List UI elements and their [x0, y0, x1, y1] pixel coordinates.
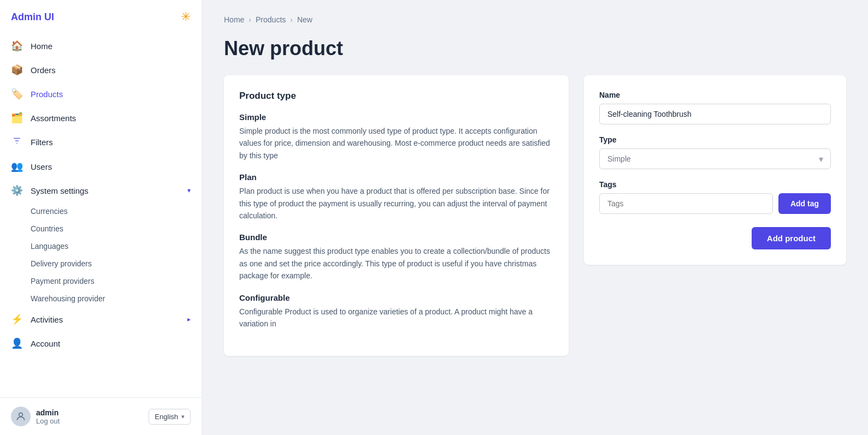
activities-label: Activities — [31, 315, 63, 324]
name-input[interactable] — [599, 104, 831, 124]
breadcrumb-products[interactable]: Products — [256, 15, 286, 24]
user-details: admin Log out — [36, 408, 60, 425]
sidebar-header: Admin UI ✳ — [0, 0, 202, 29]
type-label: Type — [599, 135, 831, 144]
system-settings-chevron: ▾ — [187, 187, 191, 194]
type-field-group: Type Simple ▾ — [599, 135, 831, 169]
bundle-type-desc: As the name suggest this product type en… — [239, 245, 553, 282]
language-selector[interactable]: English ▾ — [149, 409, 191, 425]
product-type-plan: Plan Plan product is use when you have a… — [239, 172, 553, 222]
assortments-icon: 🗂️ — [11, 112, 23, 124]
simple-type-name: Simple — [239, 112, 553, 122]
product-type-bundle: Bundle As the name suggest this product … — [239, 233, 553, 282]
sidebar-item-countries[interactable]: Countries — [31, 220, 202, 237]
sidebar-item-account[interactable]: 👤 Account — [0, 331, 202, 355]
account-label: Account — [31, 339, 60, 348]
breadcrumb-sep-2: › — [290, 15, 293, 24]
sidebar-item-languages[interactable]: Languages — [31, 237, 202, 255]
sidebar-item-assortments-label: Assortments — [31, 114, 76, 123]
products-icon: 🏷️ — [11, 88, 23, 100]
name-label: Name — [599, 91, 831, 99]
type-select-wrapper: Simple ▾ — [599, 148, 831, 169]
name-field-group: Name — [599, 91, 831, 124]
sidebar-footer: admin Log out English ▾ — [0, 397, 202, 435]
sidebar-item-home[interactable]: 🏠 Home — [0, 34, 202, 58]
content-grid: Product type Simple Simple product is th… — [224, 75, 846, 356]
breadcrumb: Home › Products › New — [224, 15, 846, 24]
sidebar-item-filters[interactable]: Filters — [0, 130, 202, 154]
home-icon: 🏠 — [11, 40, 23, 52]
product-type-heading: Product type — [239, 91, 553, 102]
product-type-simple: Simple Simple product is the most common… — [239, 112, 553, 162]
system-settings-icon: ⚙️ — [11, 184, 23, 196]
language-chevron: ▾ — [181, 413, 185, 420]
svg-point-3 — [19, 413, 23, 416]
configurable-type-name: Configurable — [239, 293, 553, 302]
theme-toggle-icon[interactable]: ✳ — [181, 10, 191, 24]
product-form: Name Type Simple ▾ Tags — [584, 75, 846, 265]
app-title: Admin UI — [11, 11, 54, 23]
sidebar-item-warehousing-provider[interactable]: Warehousing provider — [31, 290, 202, 307]
add-tag-button[interactable]: Add tag — [778, 193, 831, 214]
tags-label: Tags — [599, 180, 831, 189]
breadcrumb-sep-1: › — [249, 15, 251, 24]
sidebar-item-home-label: Home — [31, 41, 52, 51]
plan-type-name: Plan — [239, 172, 553, 182]
user-info: admin Log out — [11, 407, 60, 426]
product-type-card: Product type Simple Simple product is th… — [224, 75, 569, 356]
configurable-type-desc: Configurable Product is used to organize… — [239, 306, 553, 330]
sidebar-item-users-label: Users — [31, 162, 52, 171]
system-settings-label: System settings — [31, 186, 88, 195]
activities-icon: ⚡ — [11, 313, 23, 325]
breadcrumb-home[interactable]: Home — [224, 15, 244, 24]
sidebar-item-orders-label: Orders — [31, 65, 56, 75]
filters-icon — [11, 136, 23, 148]
sidebar-item-products-label: Products — [31, 90, 63, 99]
sidebar-item-filters-label: Filters — [31, 138, 53, 147]
product-type-configurable: Configurable Configurable Product is use… — [239, 293, 553, 330]
sidebar: Admin UI ✳ 🏠 Home 📦 Orders 🏷️ Products 🗂… — [0, 0, 202, 435]
sidebar-item-orders[interactable]: 📦 Orders — [0, 58, 202, 82]
orders-icon: 📦 — [11, 64, 23, 76]
sidebar-item-products[interactable]: 🏷️ Products — [0, 82, 202, 106]
sidebar-item-delivery-providers[interactable]: Delivery providers — [31, 255, 202, 272]
logout-link[interactable]: Log out — [36, 417, 60, 425]
sidebar-item-payment-providers[interactable]: Payment providers — [31, 272, 202, 290]
activities-chevron: ▸ — [187, 315, 191, 323]
sidebar-item-currencies[interactable]: Currencies — [31, 202, 202, 220]
simple-type-desc: Simple product is the most commonly used… — [239, 125, 553, 162]
tags-field-group: Tags Add tag — [599, 180, 831, 214]
page-title: New product — [224, 37, 846, 60]
type-select[interactable]: Simple — [599, 148, 831, 169]
plan-type-desc: Plan product is use when you have a prod… — [239, 185, 553, 222]
tags-input[interactable] — [599, 193, 773, 214]
sidebar-item-users[interactable]: 👥 Users — [0, 154, 202, 178]
tags-row: Add tag — [599, 193, 831, 214]
sidebar-item-assortments[interactable]: 🗂️ Assortments — [0, 106, 202, 130]
main-content: Home › Products › New New product Produc… — [202, 0, 868, 435]
add-product-row: Add product — [599, 227, 831, 249]
sidebar-item-system-settings[interactable]: ⚙️ System settings ▾ — [0, 178, 202, 202]
avatar — [11, 407, 31, 426]
users-icon: 👥 — [11, 160, 23, 172]
add-product-button[interactable]: Add product — [752, 227, 831, 249]
sidebar-nav: 🏠 Home 📦 Orders 🏷️ Products 🗂️ Assortmen… — [0, 29, 202, 397]
account-icon: 👤 — [11, 337, 23, 349]
sidebar-item-activities[interactable]: ⚡ Activities ▸ — [0, 307, 202, 331]
bundle-type-name: Bundle — [239, 233, 553, 242]
breadcrumb-current: New — [297, 15, 312, 24]
system-settings-subitems: Currencies Countries Languages Delivery … — [0, 202, 202, 307]
user-name: admin — [36, 408, 60, 417]
language-label: English — [155, 413, 178, 421]
